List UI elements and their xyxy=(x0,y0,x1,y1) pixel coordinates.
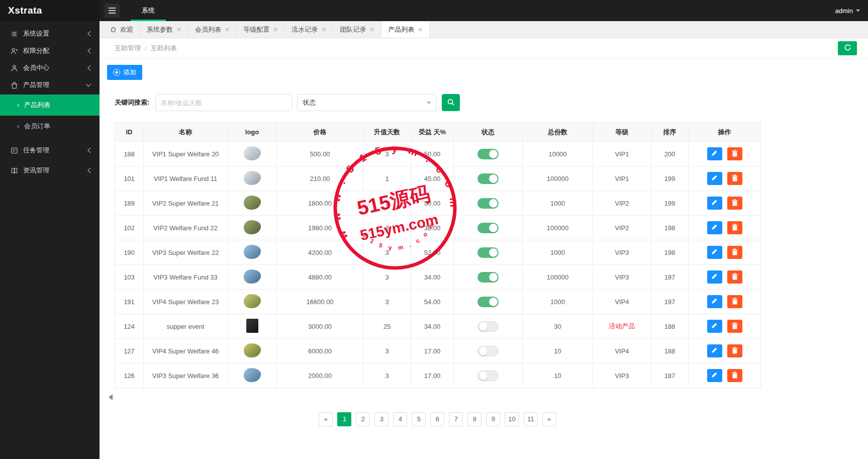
cell-rate: 50.00 xyxy=(411,191,454,216)
product-logo-image xyxy=(244,269,261,284)
column-header: 升值天数 xyxy=(363,123,411,142)
tab-close-icon[interactable]: ✕ xyxy=(418,27,423,33)
status-toggle[interactable] xyxy=(477,247,499,258)
status-toggle[interactable] xyxy=(477,173,499,184)
pagination-page-2[interactable]: 2 xyxy=(356,412,370,426)
delete-button[interactable] xyxy=(727,221,742,234)
cell-price: 210.00 xyxy=(277,166,363,191)
edit-button[interactable] xyxy=(707,270,722,284)
sidebar-item-news-management[interactable]: 资讯管理 xyxy=(0,162,100,179)
status-toggle[interactable] xyxy=(477,321,499,332)
sidebar-toggle-button[interactable] xyxy=(105,4,120,18)
sidebar-item-system-settings[interactable]: 系统设置 xyxy=(0,25,100,42)
chevron-left-icon xyxy=(87,65,91,71)
edit-button[interactable] xyxy=(707,320,722,333)
cell-name: VIP4 Super Welfare 46 xyxy=(144,339,228,363)
status-select[interactable]: 状态 xyxy=(297,94,437,111)
pagination-page-9[interactable]: 9 xyxy=(486,412,500,426)
sidebar-item-member-center[interactable]: 会员中心 xyxy=(0,59,100,76)
edit-button[interactable] xyxy=(707,369,722,382)
delete-button[interactable] xyxy=(727,344,742,357)
tab-团队记录[interactable]: 团队记录✕ xyxy=(333,21,381,38)
delete-button[interactable] xyxy=(727,270,742,284)
username: admin xyxy=(835,7,853,15)
toggle-knob xyxy=(489,150,498,158)
tab-会员列表[interactable]: 会员列表✕ xyxy=(188,21,237,38)
caret-down-icon xyxy=(856,10,860,12)
status-toggle[interactable] xyxy=(477,272,499,283)
delete-button[interactable] xyxy=(727,246,742,259)
delete-button[interactable] xyxy=(727,147,742,160)
search-button[interactable] xyxy=(442,94,460,111)
delete-button[interactable] xyxy=(727,197,742,210)
tab-产品列表[interactable]: 产品列表✕ xyxy=(381,21,430,38)
status-toggle[interactable] xyxy=(477,149,499,159)
status-toggle[interactable] xyxy=(477,198,499,209)
cell-total: 1000 xyxy=(523,290,593,314)
delete-button[interactable] xyxy=(727,295,742,308)
cell-rate: 54.00 xyxy=(411,290,454,314)
sidebar-item-member-orders[interactable]: › 会员订单 xyxy=(0,116,100,137)
cell-ops xyxy=(689,314,761,339)
pagination-page-4[interactable]: 4 xyxy=(393,412,407,426)
pagination-page-7[interactable]: 7 xyxy=(449,412,463,426)
edit-button[interactable] xyxy=(707,246,722,259)
delete-button[interactable] xyxy=(727,172,742,185)
cell-ops xyxy=(689,166,761,191)
level-badge: VIP1 xyxy=(615,150,629,158)
edit-button[interactable] xyxy=(707,147,722,160)
sidebar-item-permissions[interactable]: 权限分配 xyxy=(0,42,100,59)
tab-系统参数[interactable]: 系统参数✕ xyxy=(140,21,188,38)
keyword-input[interactable] xyxy=(155,94,292,111)
pagination-page-8[interactable]: 8 xyxy=(467,412,481,426)
cell-id: 189 xyxy=(115,191,144,216)
add-button[interactable]: 添加 xyxy=(107,65,142,80)
tab-欢迎[interactable]: 欢迎 xyxy=(104,21,140,38)
tab-close-icon[interactable]: ✕ xyxy=(273,27,278,33)
status-toggle[interactable] xyxy=(477,371,499,381)
edit-button[interactable] xyxy=(707,172,722,185)
edit-button[interactable] xyxy=(707,295,722,308)
status-toggle[interactable] xyxy=(477,297,499,307)
pagination-page-10[interactable]: 10 xyxy=(505,412,519,426)
user-menu[interactable]: admin xyxy=(835,7,860,15)
edit-icon xyxy=(711,273,718,281)
edit-icon xyxy=(711,298,718,306)
pagination: «1234567891011» xyxy=(115,412,760,426)
cell-days: 3 xyxy=(363,363,411,388)
cell-price: 4200.00 xyxy=(277,240,363,265)
edit-button[interactable] xyxy=(707,344,722,357)
delete-button[interactable] xyxy=(727,320,742,333)
topnav-item-system[interactable]: 系统 xyxy=(131,0,166,21)
delete-button[interactable] xyxy=(727,369,742,382)
pagination-prev[interactable]: « xyxy=(319,412,333,426)
cell-level: VIP4 xyxy=(593,339,651,363)
pagination-page-5[interactable]: 5 xyxy=(412,412,426,426)
sidebar-item-product-management[interactable]: 产品管理 xyxy=(0,76,100,94)
tab-close-icon[interactable]: ✕ xyxy=(176,27,181,33)
tab-close-icon[interactable]: ✕ xyxy=(225,27,230,33)
refresh-button[interactable] xyxy=(838,41,857,55)
tab-close-icon[interactable]: ✕ xyxy=(369,27,374,33)
sidebar-item-product-list[interactable]: › 产品列表 xyxy=(0,95,100,116)
scroll-left-arrow[interactable] xyxy=(109,394,113,400)
sidebar-item-task-management[interactable]: 任务管理 xyxy=(0,142,100,159)
edit-button[interactable] xyxy=(707,221,722,234)
tab-close-icon[interactable]: ✕ xyxy=(321,27,326,33)
member-icon xyxy=(10,64,18,72)
pagination-next[interactable]: » xyxy=(542,412,556,426)
task-icon xyxy=(10,146,18,154)
status-toggle[interactable] xyxy=(477,346,499,356)
cell-ops xyxy=(689,240,761,265)
cell-level: VIP3 xyxy=(593,265,651,290)
tab-等级配置[interactable]: 等级配置✕ xyxy=(237,21,285,38)
status-toggle[interactable] xyxy=(477,223,499,233)
edit-button[interactable] xyxy=(707,197,722,210)
breadcrumb-parent[interactable]: 互助管理 xyxy=(115,44,141,53)
tab-label: 流水记录 xyxy=(292,21,318,38)
pagination-page-1[interactable]: 1 xyxy=(337,412,351,426)
pagination-page-3[interactable]: 3 xyxy=(374,412,389,426)
tab-流水记录[interactable]: 流水记录✕ xyxy=(285,21,333,38)
pagination-page-6[interactable]: 6 xyxy=(430,412,444,426)
pagination-page-11[interactable]: 11 xyxy=(524,412,538,426)
